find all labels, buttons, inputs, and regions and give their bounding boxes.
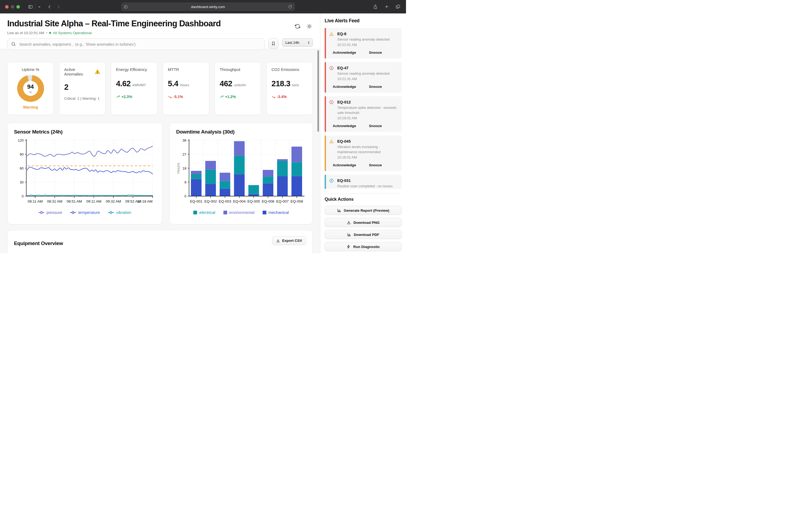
sensor-chart-title: Sensor Metrics (24h)	[14, 129, 156, 135]
export-csv-label: Export CSV	[282, 239, 302, 243]
trend-down-icon	[168, 95, 172, 99]
download-png-button[interactable]: Download PNG	[325, 218, 402, 227]
alert-timestamp: 10:19:01 AM	[337, 116, 398, 121]
scrollbar-thumb[interactable]	[317, 50, 319, 132]
minimize-window-button[interactable]	[11, 5, 14, 9]
alert-card-eq-045: EQ-045Vibration levels increasing - main…	[325, 135, 402, 171]
svg-text:EQ-001: EQ-001	[190, 200, 202, 204]
alerts-sidebar: Live Alerts Feed EQ-8Sensor reading anom…	[320, 13, 406, 253]
alert-message: Sensor reading anomaly detected	[337, 37, 389, 42]
reader-view-icon[interactable]	[124, 5, 128, 9]
svg-text:EQ-003: EQ-003	[218, 200, 231, 204]
reload-icon[interactable]	[288, 5, 292, 9]
close-window-button[interactable]	[5, 5, 9, 9]
kpi-value: 94	[27, 83, 34, 90]
alert-id: EQ-47	[337, 66, 389, 71]
kpi-card-uptime: Uptime %94%Warning	[7, 62, 54, 115]
kpi-unit: %	[29, 91, 32, 94]
alert-message: Temperature spike detected - exceeds saf…	[337, 105, 398, 115]
kpi-value: 4.62	[116, 79, 130, 88]
kpi-detail: Critical: 1 | Warning: 1	[64, 97, 101, 101]
download-icon	[347, 220, 351, 225]
downtime-analysis-card: Downtime Analysis (30d) 09182736EQ-001EQ…	[170, 123, 313, 224]
svg-text:18: 18	[183, 166, 186, 170]
kpi-card-throughput: Throughput462units/hr+1.2%	[214, 62, 261, 115]
svg-text:9: 9	[184, 180, 186, 184]
theme-sun-icon[interactable]	[307, 24, 312, 29]
time-range-value: Last 24h	[286, 41, 307, 45]
acknowledge-button[interactable]: Acknowledge	[333, 84, 356, 89]
url-bar[interactable]: dashboard.wirity.com	[121, 2, 295, 11]
bookmark-icon	[271, 41, 275, 46]
acknowledge-button[interactable]: Acknowledge	[333, 163, 356, 168]
kpi-card-mttr: MTTR5.4hours-5.1%	[163, 62, 209, 115]
alert-severity-accent	[325, 62, 326, 93]
alert-severity-accent	[325, 135, 326, 171]
lightning-icon	[347, 244, 351, 249]
divider	[35, 4, 36, 10]
svg-text:0: 0	[22, 194, 24, 198]
download-icon	[276, 239, 280, 243]
acknowledge-button[interactable]: Acknowledge	[333, 50, 356, 55]
refresh-icon[interactable]	[295, 24, 300, 29]
chevron-down-icon[interactable]	[38, 5, 41, 9]
svg-text:09:32 AM: 09:32 AM	[106, 200, 121, 204]
svg-text:EQ-005: EQ-005	[247, 200, 260, 204]
export-csv-button[interactable]: Export CSV	[272, 236, 306, 245]
legend-item-electrical[interactable]: electrical	[193, 210, 215, 215]
snooze-button[interactable]: Snooze	[369, 124, 382, 128]
circle-info-icon	[329, 178, 334, 183]
sidebar-toggle-icon[interactable]	[28, 4, 33, 9]
snooze-button[interactable]: Snooze	[369, 163, 382, 168]
legend-label: mechanical	[268, 210, 289, 215]
alert-card-eq-031: EQ-031Routine scan completed - no issues	[325, 175, 402, 189]
kpi-label: Throughput	[220, 67, 240, 72]
svg-text:27: 27	[183, 152, 186, 156]
kpi-label: CO2 Emissions	[271, 67, 299, 72]
forward-icon[interactable]	[56, 4, 61, 9]
kpi-status-badge: Warning	[12, 105, 49, 110]
time-range-select[interactable]: Last 24h	[282, 39, 313, 47]
legend-item-vibration[interactable]: vibration	[108, 210, 131, 215]
legend-item-mechanical[interactable]: mechanical	[263, 210, 289, 215]
page-title: Industrial Site Alpha – Real-Time Engine…	[7, 19, 313, 29]
kpi-value: 5.4	[168, 79, 178, 88]
alert-severity-accent	[325, 96, 326, 132]
alert-timestamp: 10:21:31 AM	[337, 76, 389, 81]
divider	[325, 193, 402, 194]
sensor-chart-svg: 030609012008:11 AM08:31 AM08:51 AM09:11 …	[14, 137, 156, 208]
kpi-card-active-anomalies: Active Anomalies2Critical: 1 | Warning: …	[59, 62, 106, 115]
kpi-value: 462	[220, 79, 232, 88]
legend-item-environmental[interactable]: environmental	[224, 210, 255, 215]
generate-report-preview-button[interactable]: Generate Report (Preview)	[325, 206, 402, 215]
bookmark-button[interactable]	[268, 39, 278, 49]
alert-card-eq-47: EQ-47Sensor reading anomaly detected10:2…	[325, 62, 402, 93]
svg-text:10:18 AM: 10:18 AM	[137, 200, 152, 204]
legend-label: vibration	[116, 210, 131, 215]
acknowledge-button[interactable]: Acknowledge	[333, 124, 356, 128]
traffic-lights	[5, 5, 20, 9]
legend-item-pressure[interactable]: pressure	[39, 210, 62, 215]
kpi-unit: units/hr	[234, 83, 246, 87]
svg-text:EQ-004: EQ-004	[233, 200, 246, 204]
back-icon[interactable]	[47, 4, 52, 9]
download-pdf-button[interactable]: Download PDF	[325, 230, 402, 239]
share-icon[interactable]	[373, 4, 378, 9]
legend-item-temperature[interactable]: temperature	[70, 210, 100, 215]
search-input[interactable]	[7, 39, 265, 50]
svg-text:EQ-006: EQ-006	[262, 200, 274, 204]
kpi-unit: hours	[180, 83, 189, 87]
snooze-button[interactable]: Snooze	[369, 50, 382, 55]
alert-timestamp: 10:16:01 AM	[337, 155, 398, 160]
svg-text:08:11 AM: 08:11 AM	[28, 200, 43, 204]
search-icon	[11, 42, 16, 47]
snooze-button[interactable]: Snooze	[369, 84, 382, 89]
new-tab-icon[interactable]	[384, 4, 389, 9]
run-diagnostic-button[interactable]: Run Diagnostic	[325, 242, 402, 251]
alert-id: EQ-045	[337, 139, 398, 144]
trend-up-icon	[220, 95, 224, 99]
svg-text:0: 0	[184, 194, 186, 198]
alert-message: Routine scan completed - no issues	[337, 183, 392, 188]
zoom-window-button[interactable]	[16, 5, 20, 9]
tab-overview-icon[interactable]	[395, 4, 400, 9]
